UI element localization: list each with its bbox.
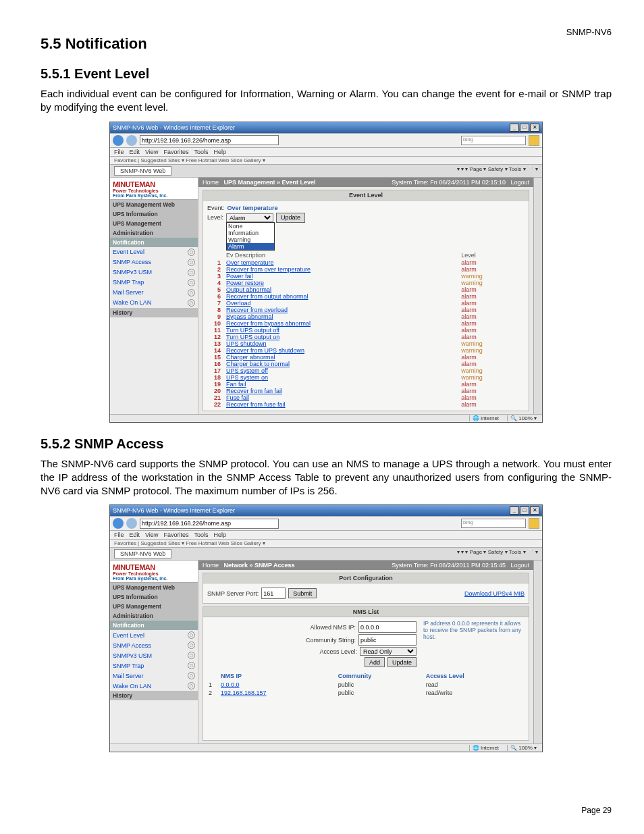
- home-link[interactable]: Home: [203, 562, 219, 569]
- event-link[interactable]: Recover from UPS shutdown: [226, 347, 304, 354]
- nms-ip-link[interactable]: 192.168.168.157: [221, 689, 267, 696]
- allowed-ip-input[interactable]: [358, 621, 417, 633]
- add-button[interactable]: Add: [365, 657, 385, 667]
- nav-admin[interactable]: Administration: [110, 611, 198, 621]
- update-button[interactable]: Update: [276, 213, 305, 223]
- browser-tab[interactable]: SNMP-NV6 Web: [114, 549, 171, 558]
- nav-history[interactable]: History: [110, 691, 198, 700]
- url-input[interactable]: [140, 135, 279, 145]
- nav-snmp-trap[interactable]: SNMP Trap: [110, 660, 198, 671]
- back-button[interactable]: [113, 518, 124, 529]
- event-link[interactable]: Recover from overload: [226, 307, 288, 313]
- level-dropdown-list[interactable]: None Information Warning Alarm: [226, 222, 275, 251]
- nav-event-level[interactable]: Event Level: [110, 630, 198, 640]
- nav-notification[interactable]: Notification: [110, 621, 198, 630]
- home-link[interactable]: Home: [203, 179, 219, 186]
- nav-ups-mgmt[interactable]: UPS Management: [110, 602, 198, 611]
- search-icon[interactable]: [529, 135, 539, 146]
- ip-hint: IP address 0.0.0.0 represents it allows …: [423, 620, 525, 669]
- update-button[interactable]: Update: [387, 657, 417, 667]
- event-link[interactable]: Power restore: [226, 280, 264, 286]
- table-row: 12Turn UPS output onalarm: [207, 334, 525, 340]
- event-link[interactable]: Recover from fuse fail: [226, 401, 286, 408]
- doc-header: SNMP-NV6: [566, 27, 612, 37]
- event-link[interactable]: Recover from bypass abnormal: [226, 320, 311, 327]
- nav-mail-server[interactable]: Mail Server: [110, 288, 198, 298]
- logout-link[interactable]: Logout: [510, 562, 529, 569]
- url-input[interactable]: [140, 519, 279, 529]
- nav-snmp-trap[interactable]: SNMP Trap: [110, 278, 198, 288]
- event-link[interactable]: UPS system off: [226, 367, 268, 374]
- nav-ups-info[interactable]: UPS Information: [110, 209, 198, 219]
- event-link[interactable]: Charger back to normal: [226, 361, 290, 367]
- community-input[interactable]: [358, 634, 417, 646]
- level-select[interactable]: Alarm: [226, 213, 273, 222]
- event-link[interactable]: Over temperature: [226, 259, 274, 266]
- browser-menu[interactable]: FileEditViewFavoritesToolsHelp: [110, 531, 542, 540]
- browser-menu[interactable]: FileEditViewFavoritesToolsHelp: [110, 148, 542, 157]
- event-link[interactable]: Power fail: [226, 273, 253, 280]
- system-time: System Time: Fri 06/24/2011 PM 02:15:10: [392, 179, 506, 186]
- nav-event-level[interactable]: Event Level: [110, 247, 198, 257]
- nav-notification[interactable]: Notification: [110, 238, 198, 247]
- favorites-bar[interactable]: Favorites | Suggested Sites ▾ Free Hotma…: [110, 540, 542, 548]
- favorites-bar[interactable]: Favorites | Suggested Sites ▾ Free Hotma…: [110, 157, 542, 165]
- window-buttons[interactable]: _□✕: [509, 506, 539, 515]
- nav-ups-info[interactable]: UPS Information: [110, 592, 198, 602]
- nms-ip-link[interactable]: 0.0.0.0: [221, 681, 240, 688]
- table-row: 3Power failwarning: [207, 273, 525, 280]
- event-link[interactable]: UPS system on: [226, 374, 268, 381]
- nav-ups-mgmt[interactable]: UPS Management: [110, 219, 198, 228]
- event-link[interactable]: Bypass abnormal: [226, 313, 273, 320]
- port-input[interactable]: [261, 588, 286, 599]
- window-buttons[interactable]: _□✕: [509, 124, 539, 132]
- nav-snmp-access[interactable]: SNMP Access: [110, 257, 198, 267]
- gear-icon: [188, 289, 195, 296]
- nav-snmpv3-usm[interactable]: SNMPv3 USM: [110, 267, 198, 278]
- back-button[interactable]: [113, 135, 124, 146]
- nav-admin[interactable]: Administration: [110, 228, 198, 238]
- table-row: 9Bypass abnormalalarm: [207, 313, 525, 320]
- gear-icon: [188, 269, 195, 276]
- system-time: System Time: Fri 06/24/2011 PM 02:15:45: [392, 562, 506, 569]
- window-titlebar: SNMP-NV6 Web - Windows Internet Explorer…: [110, 505, 542, 516]
- scrollbar[interactable]: [533, 561, 542, 744]
- event-link[interactable]: Turn UPS output on: [226, 334, 279, 340]
- brand-logo: MINUTEMAN Power Technologies From Para S…: [110, 561, 198, 583]
- forward-button[interactable]: [126, 135, 137, 146]
- sidebar: MINUTEMAN Power Technologies From Para S…: [110, 561, 198, 744]
- search-input[interactable]: bing: [461, 136, 526, 145]
- nav-wake-on-lan[interactable]: Wake On LAN: [110, 298, 198, 308]
- download-mib-link[interactable]: Download UPSv4 MIB: [464, 590, 525, 597]
- access-level-select[interactable]: Read Only: [360, 647, 417, 656]
- forward-button[interactable]: [126, 518, 137, 529]
- scrollbar[interactable]: [533, 178, 542, 414]
- event-link[interactable]: Output abnormal: [226, 286, 271, 293]
- event-link[interactable]: Recover from over temperature: [226, 266, 311, 273]
- event-link[interactable]: Turn UPS output off: [226, 327, 279, 334]
- browser-tab[interactable]: SNMP-NV6 Web: [114, 166, 171, 176]
- event-link[interactable]: Recover from fan fail: [226, 388, 282, 394]
- nav-snmp-access[interactable]: SNMP Access: [110, 640, 198, 650]
- search-icon[interactable]: [529, 518, 539, 529]
- breadcrumb: Network » SNMP Access: [224, 562, 295, 569]
- event-link[interactable]: Overload: [226, 300, 251, 307]
- nav-history[interactable]: History: [110, 308, 198, 317]
- logout-link[interactable]: Logout: [510, 179, 529, 186]
- nav-snmpv3-usm[interactable]: SNMPv3 USM: [110, 650, 198, 660]
- browser-tools[interactable]: ▾ ▾ ▾ Page ▾ Safety ▾ Tools ▾ ❔ ▾: [457, 549, 538, 558]
- browser-tools[interactable]: ▾ ▾ ▾ Page ▾ Safety ▾ Tools ▾ ❔ ▾: [457, 166, 538, 176]
- nav-wake-on-lan[interactable]: Wake On LAN: [110, 681, 198, 691]
- col-level: Level: [460, 251, 525, 259]
- event-link[interactable]: Fuse fail: [226, 394, 249, 401]
- panel-title-port: Port Configuration: [203, 573, 529, 583]
- event-link[interactable]: Recover from output abnormal: [226, 293, 308, 300]
- event-link[interactable]: Fan fail: [226, 381, 246, 388]
- nav-mail-server[interactable]: Mail Server: [110, 671, 198, 681]
- window-titlebar: SNMP-NV6 Web - Windows Internet Explorer…: [110, 122, 542, 133]
- event-link[interactable]: Charger abnormal: [226, 354, 275, 361]
- search-input[interactable]: bing: [461, 519, 526, 528]
- table-row: 13UPS shutdownwarning: [207, 340, 525, 347]
- submit-button[interactable]: Submit: [288, 588, 317, 598]
- event-link[interactable]: UPS shutdown: [226, 340, 267, 347]
